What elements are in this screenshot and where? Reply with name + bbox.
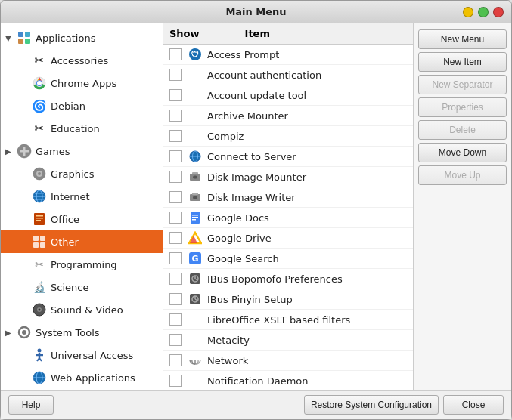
sidebar-item-sound-video[interactable]: Sound & Video bbox=[1, 298, 163, 321]
list-item-icon bbox=[188, 353, 203, 368]
svg-point-30 bbox=[22, 330, 26, 335]
list-item[interactable]: IBus Pinyin Setup bbox=[163, 289, 413, 310]
sidebar-item-education[interactable]: ✂ Education bbox=[1, 117, 163, 140]
list-item[interactable]: Metacity bbox=[163, 330, 413, 351]
list-item-label: Account update tool bbox=[207, 90, 306, 101]
sidebar-item-chrome-apps[interactable]: Chrome Apps bbox=[1, 72, 163, 94]
sidebar-item-web-applications[interactable]: Web Applications bbox=[1, 366, 163, 389]
properties-button[interactable]: Properties bbox=[418, 97, 507, 117]
system-tools-expander: ▶ bbox=[5, 329, 16, 337]
list-item-checkbox[interactable] bbox=[169, 89, 182, 101]
list-item-checkbox[interactable] bbox=[169, 273, 182, 285]
svg-rect-49 bbox=[192, 193, 198, 195]
bottom-right: Restore System Configuration Close bbox=[304, 395, 504, 415]
svg-rect-25 bbox=[40, 242, 45, 248]
list-item-label: Metacity bbox=[207, 335, 250, 346]
sidebar-item-internet[interactable]: Internet bbox=[1, 185, 163, 208]
move-down-button[interactable]: Move Down bbox=[418, 143, 507, 162]
close-main-button[interactable]: Close bbox=[443, 395, 504, 415]
svg-rect-53 bbox=[192, 219, 196, 221]
list-item[interactable]: Disk Image Mounter bbox=[163, 167, 413, 187]
list-item-label: Google Docs bbox=[207, 212, 269, 224]
system-tools-label: System Tools bbox=[36, 327, 100, 338]
maximize-button[interactable] bbox=[478, 7, 489, 17]
svg-text:G: G bbox=[191, 254, 198, 264]
programming-icon: ✂ bbox=[31, 256, 48, 273]
universal-access-icon bbox=[31, 347, 48, 363]
list-item[interactable]: Notification Daemon bbox=[163, 371, 413, 390]
new-item-button[interactable]: New Item bbox=[418, 52, 507, 72]
debian-label: Debian bbox=[51, 100, 85, 112]
help-button[interactable]: Help bbox=[8, 395, 54, 415]
main-window: Main Menu ▼ Applications ✂ Accessories bbox=[0, 0, 512, 420]
list-item-checkbox[interactable] bbox=[169, 171, 182, 183]
list-item-checkbox[interactable] bbox=[169, 130, 182, 142]
list-item[interactable]: Archive Mounter bbox=[163, 106, 413, 126]
svg-rect-24 bbox=[33, 242, 39, 248]
move-up-button[interactable]: Move Up bbox=[418, 165, 507, 185]
list-item-label: Network bbox=[207, 355, 248, 366]
accessories-icon: ✂ bbox=[31, 52, 48, 69]
sidebar-item-science[interactable]: 🔬 Science bbox=[1, 276, 163, 298]
programming-label: Programming bbox=[51, 259, 117, 270]
list-item-checkbox[interactable] bbox=[169, 69, 182, 81]
list-item[interactable]: Account update tool bbox=[163, 85, 413, 106]
sidebar-item-programming[interactable]: ✂ Programming bbox=[1, 253, 163, 276]
list-item[interactable]: IBus Bopomofo Preferences bbox=[163, 269, 413, 289]
list-item-checkbox[interactable] bbox=[169, 212, 182, 224]
window-title: Main Menu bbox=[225, 6, 286, 17]
list-item[interactable]: Compiz bbox=[163, 126, 413, 147]
minimize-button[interactable] bbox=[463, 7, 473, 17]
list-item-checkbox[interactable] bbox=[169, 48, 182, 60]
sidebar-item-office[interactable]: Office bbox=[1, 208, 163, 230]
list-item-icon bbox=[188, 271, 203, 286]
list-item[interactable]: Network bbox=[163, 351, 413, 371]
close-button[interactable] bbox=[493, 7, 504, 17]
sidebar-item-graphics[interactable]: Graphics bbox=[1, 162, 163, 185]
sidebar-item-debian[interactable]: 🌀 Debian bbox=[1, 94, 163, 117]
list-item[interactable]: Google Docs bbox=[163, 208, 413, 228]
other-label: Other bbox=[51, 236, 79, 248]
list-item[interactable]: Connect to Server bbox=[163, 147, 413, 167]
list-item-checkbox[interactable] bbox=[169, 375, 182, 387]
list-item[interactable]: Disk Image Writer bbox=[163, 187, 413, 208]
list-item-checkbox[interactable] bbox=[169, 252, 182, 264]
list-item[interactable]: Google Drive bbox=[163, 228, 413, 249]
games-label: Games bbox=[36, 146, 70, 157]
svg-point-12 bbox=[38, 172, 41, 175]
list-item-icon bbox=[188, 190, 203, 205]
list-item-checkbox[interactable] bbox=[169, 150, 182, 162]
internet-label: Internet bbox=[51, 191, 90, 202]
new-separator-button[interactable]: New Separator bbox=[418, 75, 507, 94]
list-item-checkbox[interactable] bbox=[169, 293, 182, 305]
list-item-icon bbox=[188, 108, 203, 123]
sidebar-item-system-tools[interactable]: ▶ System Tools bbox=[1, 321, 163, 344]
svg-point-6 bbox=[37, 81, 42, 85]
list-item-checkbox[interactable] bbox=[169, 110, 182, 122]
list-item[interactable]: GGoogle Search bbox=[163, 249, 413, 269]
list-body[interactable]: 🛡Access PromptAccount authenticationAcco… bbox=[163, 45, 413, 390]
bottom-left: Help bbox=[8, 395, 54, 415]
svg-rect-1 bbox=[25, 32, 30, 37]
sidebar-item-other[interactable]: Other bbox=[1, 230, 163, 253]
sidebar-item-applications[interactable]: ▼ Applications bbox=[1, 26, 163, 49]
svg-rect-19 bbox=[36, 215, 43, 217]
sidebar-item-accessories[interactable]: ✂ Accessories bbox=[1, 49, 163, 72]
list-item[interactable]: 🛡Access Prompt bbox=[163, 45, 413, 65]
sound-video-label: Sound & Video bbox=[51, 304, 123, 316]
list-item[interactable]: Account authentication bbox=[163, 65, 413, 85]
list-item-checkbox[interactable] bbox=[169, 354, 182, 366]
sidebar-item-games[interactable]: ▶ Games bbox=[1, 140, 163, 162]
list-item[interactable]: LibreOffice XSLT based filters bbox=[163, 310, 413, 330]
delete-button[interactable]: Delete bbox=[418, 120, 507, 140]
list-item-checkbox[interactable] bbox=[169, 191, 182, 203]
list-item-checkbox[interactable] bbox=[169, 334, 182, 346]
science-label: Science bbox=[51, 282, 88, 293]
list-item-icon: 🛡 bbox=[188, 47, 203, 62]
list-item-checkbox[interactable] bbox=[169, 232, 182, 244]
list-item-icon bbox=[188, 312, 203, 327]
list-item-checkbox[interactable] bbox=[169, 313, 182, 326]
restore-button[interactable]: Restore System Configuration bbox=[304, 395, 439, 415]
new-menu-button[interactable]: New Menu bbox=[418, 29, 507, 49]
sidebar-item-universal-access[interactable]: Universal Access bbox=[1, 344, 163, 366]
